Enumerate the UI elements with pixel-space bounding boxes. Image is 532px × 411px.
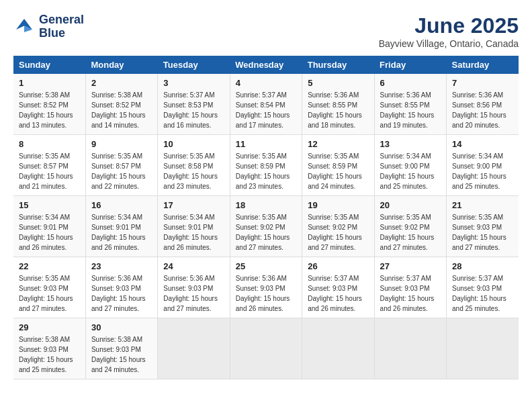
day-number: 29 bbox=[19, 322, 80, 332]
calendar-cell: 4Sunrise: 5:37 AM Sunset: 8:54 PM Daylig… bbox=[230, 74, 302, 135]
day-number: 28 bbox=[452, 261, 513, 271]
calendar-cell: 10Sunrise: 5:35 AM Sunset: 8:58 PM Dayli… bbox=[158, 135, 230, 196]
calendar-subtitle: Bayview Village, Ontario, Canada bbox=[379, 38, 519, 49]
calendar-cell bbox=[230, 318, 302, 379]
day-info: Sunrise: 5:35 AM Sunset: 9:03 PM Dayligh… bbox=[452, 212, 513, 253]
week-row: 15Sunrise: 5:34 AM Sunset: 9:01 PM Dayli… bbox=[13, 196, 519, 257]
calendar-cell: 23Sunrise: 5:36 AM Sunset: 9:03 PM Dayli… bbox=[85, 257, 157, 318]
day-number: 21 bbox=[452, 200, 513, 210]
calendar-cell bbox=[447, 318, 519, 379]
day-info: Sunrise: 5:35 AM Sunset: 8:59 PM Dayligh… bbox=[236, 151, 296, 191]
day-number: 1 bbox=[19, 78, 80, 88]
day-number: 6 bbox=[380, 78, 441, 88]
day-info: Sunrise: 5:35 AM Sunset: 9:03 PM Dayligh… bbox=[19, 273, 80, 314]
day-number: 10 bbox=[163, 139, 224, 149]
day-number: 4 bbox=[236, 78, 296, 88]
calendar-cell: 19Sunrise: 5:35 AM Sunset: 9:02 PM Dayli… bbox=[302, 196, 374, 257]
week-row: 8Sunrise: 5:35 AM Sunset: 8:57 PM Daylig… bbox=[13, 135, 519, 196]
week-row: 22Sunrise: 5:35 AM Sunset: 9:03 PM Dayli… bbox=[13, 257, 519, 318]
week-row: 1Sunrise: 5:38 AM Sunset: 8:52 PM Daylig… bbox=[13, 74, 519, 135]
day-number: 24 bbox=[163, 261, 224, 271]
header-friday: Friday bbox=[374, 56, 446, 74]
day-info: Sunrise: 5:37 AM Sunset: 9:03 PM Dayligh… bbox=[380, 273, 441, 314]
day-number: 7 bbox=[452, 78, 513, 88]
calendar-cell: 27Sunrise: 5:37 AM Sunset: 9:03 PM Dayli… bbox=[374, 257, 446, 318]
day-number: 27 bbox=[380, 261, 441, 271]
calendar-cell: 26Sunrise: 5:37 AM Sunset: 9:03 PM Dayli… bbox=[302, 257, 374, 318]
calendar-cell bbox=[374, 318, 446, 379]
calendar-cell: 11Sunrise: 5:35 AM Sunset: 8:59 PM Dayli… bbox=[230, 135, 302, 196]
day-info: Sunrise: 5:36 AM Sunset: 8:55 PM Dayligh… bbox=[380, 90, 441, 130]
day-info: Sunrise: 5:38 AM Sunset: 9:03 PM Dayligh… bbox=[91, 334, 152, 375]
calendar-cell: 12Sunrise: 5:35 AM Sunset: 8:59 PM Dayli… bbox=[302, 135, 374, 196]
day-info: Sunrise: 5:36 AM Sunset: 8:56 PM Dayligh… bbox=[452, 90, 513, 130]
day-info: Sunrise: 5:34 AM Sunset: 9:00 PM Dayligh… bbox=[452, 151, 513, 191]
day-info: Sunrise: 5:38 AM Sunset: 8:52 PM Dayligh… bbox=[91, 90, 152, 130]
calendar-cell: 21Sunrise: 5:35 AM Sunset: 9:03 PM Dayli… bbox=[447, 196, 519, 257]
calendar-cell: 3Sunrise: 5:37 AM Sunset: 8:53 PM Daylig… bbox=[158, 74, 230, 135]
day-info: Sunrise: 5:36 AM Sunset: 8:55 PM Dayligh… bbox=[308, 90, 368, 130]
day-number: 19 bbox=[308, 200, 368, 210]
header-wednesday: Wednesday bbox=[230, 56, 302, 74]
calendar-cell: 28Sunrise: 5:37 AM Sunset: 9:03 PM Dayli… bbox=[447, 257, 519, 318]
day-number: 9 bbox=[91, 139, 152, 149]
calendar-cell: 20Sunrise: 5:35 AM Sunset: 9:02 PM Dayli… bbox=[374, 196, 446, 257]
day-info: Sunrise: 5:35 AM Sunset: 8:57 PM Dayligh… bbox=[91, 151, 152, 191]
day-info: Sunrise: 5:35 AM Sunset: 8:57 PM Dayligh… bbox=[19, 151, 80, 191]
day-number: 17 bbox=[163, 200, 224, 210]
day-info: Sunrise: 5:35 AM Sunset: 9:02 PM Dayligh… bbox=[308, 212, 368, 253]
calendar-cell: 7Sunrise: 5:36 AM Sunset: 8:56 PM Daylig… bbox=[447, 74, 519, 135]
calendar-cell bbox=[302, 318, 374, 379]
calendar-title: June 2025 bbox=[379, 13, 519, 38]
calendar-cell: 30Sunrise: 5:38 AM Sunset: 9:03 PM Dayli… bbox=[85, 318, 157, 379]
day-number: 12 bbox=[308, 139, 368, 149]
day-number: 5 bbox=[308, 78, 368, 88]
day-number: 15 bbox=[19, 200, 80, 210]
day-info: Sunrise: 5:37 AM Sunset: 8:53 PM Dayligh… bbox=[163, 90, 224, 130]
day-number: 20 bbox=[380, 200, 441, 210]
calendar-cell: 16Sunrise: 5:34 AM Sunset: 9:01 PM Dayli… bbox=[85, 196, 157, 257]
header-monday: Monday bbox=[85, 56, 157, 74]
day-number: 11 bbox=[236, 139, 296, 149]
day-number: 26 bbox=[308, 261, 368, 271]
day-number: 30 bbox=[91, 322, 152, 332]
day-info: Sunrise: 5:35 AM Sunset: 9:02 PM Dayligh… bbox=[380, 212, 441, 253]
day-info: Sunrise: 5:34 AM Sunset: 9:01 PM Dayligh… bbox=[163, 212, 224, 253]
logo-icon bbox=[13, 16, 35, 38]
calendar-cell: 6Sunrise: 5:36 AM Sunset: 8:55 PM Daylig… bbox=[374, 74, 446, 135]
day-info: Sunrise: 5:34 AM Sunset: 9:01 PM Dayligh… bbox=[19, 212, 80, 253]
calendar-table: Sunday Monday Tuesday Wednesday Thursday… bbox=[13, 56, 519, 379]
calendar-cell: 18Sunrise: 5:35 AM Sunset: 9:02 PM Dayli… bbox=[230, 196, 302, 257]
header: General Blue June 2025 Bayview Village, … bbox=[13, 13, 519, 49]
header-tuesday: Tuesday bbox=[158, 56, 230, 74]
calendar-cell: 2Sunrise: 5:38 AM Sunset: 8:52 PM Daylig… bbox=[85, 74, 157, 135]
calendar-cell: 29Sunrise: 5:38 AM Sunset: 9:03 PM Dayli… bbox=[13, 318, 85, 379]
day-info: Sunrise: 5:37 AM Sunset: 9:03 PM Dayligh… bbox=[308, 273, 368, 314]
logo-text: General Blue bbox=[39, 13, 84, 40]
calendar-cell: 9Sunrise: 5:35 AM Sunset: 8:57 PM Daylig… bbox=[85, 135, 157, 196]
calendar-cell: 14Sunrise: 5:34 AM Sunset: 9:00 PM Dayli… bbox=[447, 135, 519, 196]
day-info: Sunrise: 5:38 AM Sunset: 9:03 PM Dayligh… bbox=[19, 334, 80, 375]
header-thursday: Thursday bbox=[302, 56, 374, 74]
calendar-header: Sunday Monday Tuesday Wednesday Thursday… bbox=[13, 56, 519, 74]
day-info: Sunrise: 5:37 AM Sunset: 8:54 PM Dayligh… bbox=[236, 90, 296, 130]
day-number: 8 bbox=[19, 139, 80, 149]
day-number: 2 bbox=[91, 78, 152, 88]
calendar-cell: 5Sunrise: 5:36 AM Sunset: 8:55 PM Daylig… bbox=[302, 74, 374, 135]
calendar-cell bbox=[158, 318, 230, 379]
day-info: Sunrise: 5:35 AM Sunset: 8:59 PM Dayligh… bbox=[308, 151, 368, 191]
week-row: 29Sunrise: 5:38 AM Sunset: 9:03 PM Dayli… bbox=[13, 318, 519, 379]
calendar-cell: 17Sunrise: 5:34 AM Sunset: 9:01 PM Dayli… bbox=[158, 196, 230, 257]
day-number: 23 bbox=[91, 261, 152, 271]
day-number: 25 bbox=[236, 261, 296, 271]
day-number: 16 bbox=[91, 200, 152, 210]
logo: General Blue bbox=[13, 13, 84, 40]
day-number: 22 bbox=[19, 261, 80, 271]
day-number: 14 bbox=[452, 139, 513, 149]
title-area: June 2025 Bayview Village, Ontario, Cana… bbox=[379, 13, 519, 49]
day-info: Sunrise: 5:36 AM Sunset: 9:03 PM Dayligh… bbox=[163, 273, 224, 314]
header-row: Sunday Monday Tuesday Wednesday Thursday… bbox=[13, 56, 519, 74]
calendar-cell: 25Sunrise: 5:36 AM Sunset: 9:03 PM Dayli… bbox=[230, 257, 302, 318]
day-number: 13 bbox=[380, 139, 441, 149]
day-number: 18 bbox=[236, 200, 296, 210]
